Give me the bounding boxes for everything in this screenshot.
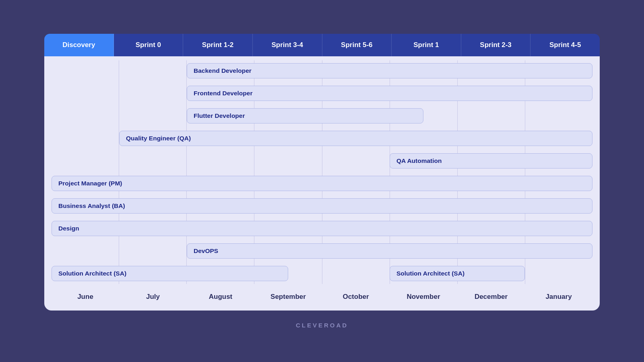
gantt-bar-5-0: Project Manager (PM)	[52, 176, 592, 191]
month-label-5: November	[390, 293, 457, 301]
month-row: JuneJulyAugustSeptemberOctoberNovemberDe…	[44, 287, 600, 301]
sprint-header-cell-0: Discovery	[44, 34, 114, 56]
sprint-header-cell-1: Sprint 0	[114, 34, 184, 56]
brand-label: CLEVEROAD	[296, 322, 348, 329]
sprint-header-cell-3: Sprint 3-4	[253, 34, 322, 56]
gantt-bar-1-0: Frontend Developer	[187, 86, 592, 101]
sprint-header: DiscoverySprint 0Sprint 1-2Sprint 3-4Spr…	[44, 34, 600, 56]
gantt-row-1: Frontend Developer	[52, 83, 592, 104]
gantt-bar-9-1: Solution Architect (SA)	[390, 266, 525, 281]
sprint-header-cell-7: Sprint 4-5	[530, 34, 600, 56]
grid-body: Backend DeveloperFrontend DeveloperFlutt…	[44, 60, 600, 284]
gantt-row-6: Business Analyst (BA)	[52, 195, 592, 216]
gantt-row-9: Solution Architect (SA)Solution Architec…	[52, 263, 592, 284]
gantt-bar-0-0: Backend Developer	[187, 63, 592, 78]
month-label-6: December	[457, 293, 525, 301]
gantt-row-2: Flutter Developer	[52, 105, 592, 126]
sprint-header-cell-4: Sprint 5-6	[322, 34, 392, 56]
gantt-row-4: QA Automation	[52, 150, 592, 171]
gantt-chart: DiscoverySprint 0Sprint 1-2Sprint 3-4Spr…	[44, 34, 600, 311]
gantt-bar-2-0: Flutter Developer	[187, 108, 423, 123]
gantt-row-0: Backend Developer	[52, 60, 592, 81]
gantt-bar-8-0: DevOPS	[187, 243, 592, 259]
gantt-row-5: Project Manager (PM)	[52, 173, 592, 194]
month-label-7: January	[525, 293, 592, 301]
month-label-3: September	[254, 293, 322, 301]
sprint-header-cell-5: Sprint 1	[392, 34, 461, 56]
gantt-bar-4-0: QA Automation	[390, 153, 592, 169]
sprint-header-cell-2: Sprint 1-2	[183, 34, 253, 56]
sprint-header-cell-6: Sprint 2-3	[461, 34, 531, 56]
gantt-row-8: DevOPS	[52, 241, 592, 261]
month-label-0: June	[52, 293, 119, 301]
gantt-bar-6-0: Business Analyst (BA)	[52, 198, 592, 214]
gantt-row-7: Design	[52, 218, 592, 239]
month-label-1: July	[119, 293, 187, 301]
gantt-bar-9-0: Solution Architect (SA)	[52, 266, 288, 281]
gantt-row-3: Quality Engineer (QA)	[52, 128, 592, 149]
gantt-rows: Backend DeveloperFrontend DeveloperFlutt…	[52, 60, 592, 284]
gantt-bar-3-0: Quality Engineer (QA)	[119, 131, 592, 146]
month-label-2: August	[187, 293, 254, 301]
month-label-4: October	[322, 293, 390, 301]
gantt-bar-7-0: Design	[52, 221, 592, 236]
